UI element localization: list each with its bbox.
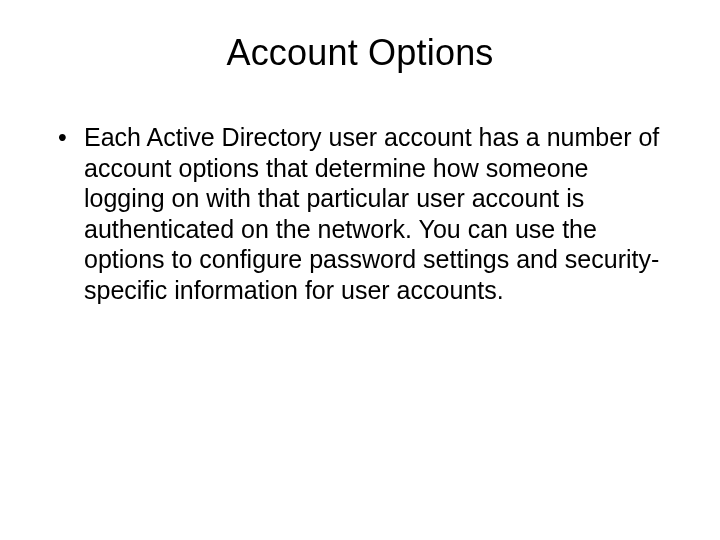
slide-body: Each Active Directory user account has a… [48, 122, 672, 305]
list-item: Each Active Directory user account has a… [56, 122, 672, 305]
slide: Account Options Each Active Directory us… [0, 0, 720, 540]
bullet-list: Each Active Directory user account has a… [56, 122, 672, 305]
slide-title: Account Options [48, 32, 672, 74]
